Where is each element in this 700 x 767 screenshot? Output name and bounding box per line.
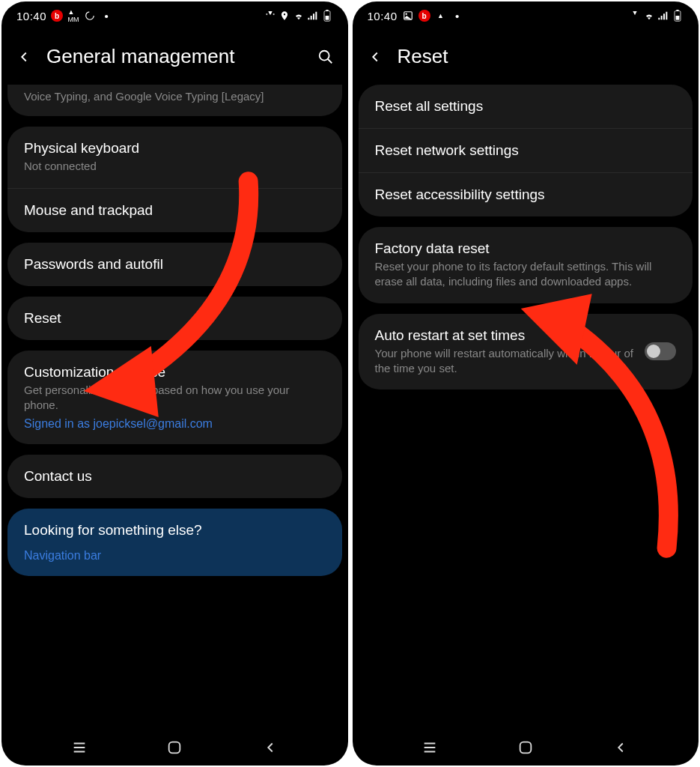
signal-icon bbox=[657, 10, 669, 22]
row-subtitle: Not connected bbox=[24, 159, 326, 174]
search-button[interactable] bbox=[315, 46, 336, 67]
row-title: Reset bbox=[24, 310, 326, 327]
dot-icon: • bbox=[451, 10, 463, 22]
page-title: General management bbox=[46, 45, 303, 68]
recents-button[interactable] bbox=[415, 733, 445, 763]
reset-network-settings-row[interactable]: Reset network settings bbox=[359, 128, 693, 172]
status-time: 10:40 bbox=[368, 10, 398, 22]
status-bar: 10:40 b ▲ • bbox=[353, 1, 699, 30]
settings-card: Auto restart at set times Your phone wil… bbox=[359, 314, 693, 390]
svg-rect-3 bbox=[325, 16, 329, 20]
svg-rect-5 bbox=[169, 742, 180, 754]
row-title: Mouse and trackpad bbox=[24, 202, 326, 219]
settings-card: Factory data reset Reset your phone to i… bbox=[359, 227, 693, 303]
svg-point-4 bbox=[319, 50, 329, 60]
signed-in-link: Signed in as joepicksel@gmail.com bbox=[24, 417, 326, 431]
home-button[interactable] bbox=[511, 733, 541, 763]
battery-icon bbox=[672, 10, 684, 22]
row-title: Physical keyboard bbox=[24, 140, 326, 157]
svg-rect-12 bbox=[520, 742, 531, 754]
mouse-trackpad-row[interactable]: Mouse and trackpad bbox=[7, 188, 342, 232]
svg-rect-11 bbox=[676, 16, 680, 20]
row-title: Reset all settings bbox=[375, 98, 677, 115]
scroll-content[interactable]: Reset all settings Reset network setting… bbox=[353, 85, 699, 730]
auto-restart-row[interactable]: Auto restart at set times Your phone wil… bbox=[359, 314, 693, 390]
reset-accessibility-settings-row[interactable]: Reset accessibility settings bbox=[359, 172, 693, 216]
svg-rect-2 bbox=[326, 10, 328, 11]
scroll-content[interactable]: Voice Typing, and Google Voice Typing [L… bbox=[1, 85, 348, 730]
android-nav-bar bbox=[1, 730, 348, 766]
beats-icon: b bbox=[51, 10, 63, 22]
page-title: Reset bbox=[398, 45, 687, 68]
left-phone-screen: 10:40 b ▲MM • General management Voice T… bbox=[1, 1, 348, 766]
settings-card: Contact us bbox=[7, 455, 342, 498]
page-header: General management bbox=[1, 30, 348, 85]
image-icon bbox=[402, 10, 414, 22]
looking-for-row[interactable]: Looking for something else? Navigation b… bbox=[7, 509, 342, 576]
customization-service-row[interactable]: Customization Service Get personalized c… bbox=[7, 351, 342, 445]
back-nav-button[interactable] bbox=[606, 733, 636, 763]
beats-icon: b bbox=[419, 10, 430, 22]
settings-card: Reset all settings Reset network setting… bbox=[359, 85, 693, 216]
settings-card: Reset bbox=[7, 297, 342, 340]
status-bar: 10:40 b ▲MM • bbox=[1, 1, 348, 30]
row-title: Reset accessibility settings bbox=[375, 187, 677, 203]
location-icon bbox=[279, 10, 290, 22]
row-title: Passwords and autofil bbox=[24, 256, 326, 273]
row-title: Factory data reset bbox=[375, 240, 677, 257]
contact-us-row[interactable]: Contact us bbox=[7, 455, 342, 498]
back-nav-button[interactable] bbox=[255, 733, 285, 763]
wifi-icon bbox=[643, 10, 655, 22]
settings-card: Passwords and autofil bbox=[7, 243, 342, 286]
android-nav-bar bbox=[353, 730, 699, 766]
row-title: Contact us bbox=[24, 468, 326, 485]
navigation-bar-link[interactable]: Navigation bar bbox=[24, 549, 326, 563]
row-subtitle: Your phone will restart automatically wi… bbox=[375, 346, 636, 377]
settings-card: Customization Service Get personalized c… bbox=[7, 351, 342, 445]
reset-all-settings-row[interactable]: Reset all settings bbox=[359, 85, 693, 128]
page-header: Reset bbox=[353, 30, 699, 85]
auto-restart-toggle[interactable] bbox=[645, 342, 676, 360]
passwords-autofill-row[interactable]: Passwords and autofil bbox=[7, 243, 342, 286]
signal-icon bbox=[307, 10, 319, 22]
status-time: 10:40 bbox=[16, 10, 46, 22]
row-subtitle: Get personalized content based on how yo… bbox=[24, 383, 326, 413]
dot-icon: • bbox=[100, 10, 112, 22]
wifi-icon bbox=[293, 10, 305, 22]
home-button[interactable] bbox=[159, 733, 189, 763]
right-phone-screen: 10:40 b ▲ • Reset Reset all settings Res… bbox=[353, 1, 699, 766]
back-button[interactable] bbox=[365, 46, 386, 67]
mm-icon: ▲MM bbox=[67, 10, 79, 22]
row-subtitle: Reset your phone to its factory default … bbox=[375, 259, 677, 290]
row-title: Auto restart at set times bbox=[375, 327, 636, 344]
looking-for-card: Looking for something else? Navigation b… bbox=[7, 509, 342, 576]
row-title: Customization Service bbox=[24, 364, 326, 381]
vibrate-icon bbox=[629, 10, 641, 22]
loading-icon bbox=[84, 10, 96, 22]
reset-row[interactable]: Reset bbox=[7, 297, 342, 340]
factory-data-reset-row[interactable]: Factory data reset Reset your phone to i… bbox=[359, 227, 693, 303]
svg-rect-10 bbox=[676, 10, 678, 11]
back-button[interactable] bbox=[13, 46, 34, 67]
recents-button[interactable] bbox=[64, 733, 94, 763]
mm-icon: ▲ bbox=[435, 10, 447, 22]
settings-card: Physical keyboard Not connected Mouse an… bbox=[7, 127, 342, 231]
row-title: Reset network settings bbox=[375, 142, 677, 159]
physical-keyboard-row[interactable]: Physical keyboard Not connected bbox=[7, 127, 342, 187]
battery-icon bbox=[321, 10, 333, 22]
settings-card: Voice Typing, and Google Voice Typing [L… bbox=[7, 85, 342, 116]
row-title: Looking for something else? bbox=[24, 522, 326, 539]
svg-point-8 bbox=[405, 13, 407, 15]
vibrate-icon bbox=[264, 10, 276, 22]
cutoff-subtitle: Voice Typing, and Google Voice Typing [L… bbox=[7, 85, 342, 116]
svg-point-0 bbox=[86, 12, 94, 20]
